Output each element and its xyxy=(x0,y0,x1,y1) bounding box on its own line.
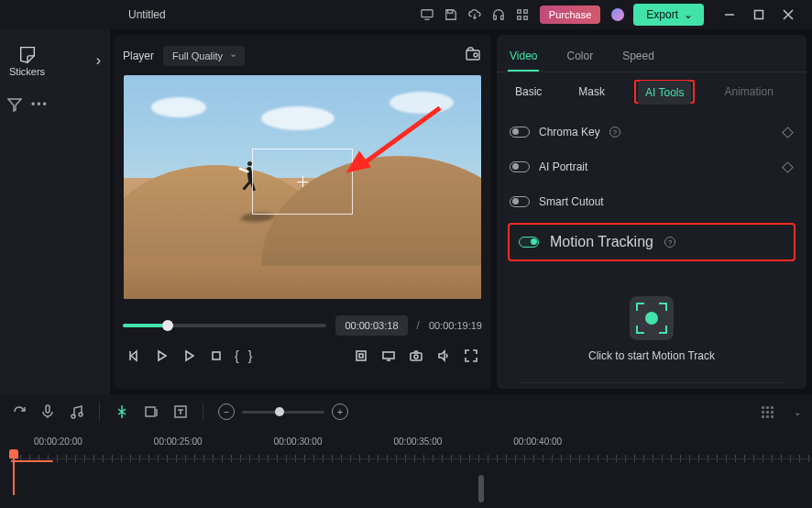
svg-rect-2 xyxy=(494,16,497,19)
toggle-icon[interactable] xyxy=(510,196,530,207)
chevron-down-icon: ⌄ xyxy=(684,8,693,21)
project-title: Untitled xyxy=(128,8,166,21)
feature-label: Motion Tracking xyxy=(550,234,653,250)
timeline-ruler[interactable]: 00:00:20:00 00:00:25:00 00:00:30:00 00:0… xyxy=(0,429,812,508)
scrollbar-thumb[interactable] xyxy=(478,475,484,502)
tick-label: 00:00:40:00 xyxy=(513,436,562,447)
title-bar: Untitled Purchase Export⌄ xyxy=(0,0,812,29)
toggle-icon[interactable] xyxy=(519,237,539,248)
progress-slider[interactable] xyxy=(123,324,326,327)
svg-rect-1 xyxy=(447,10,452,14)
playback-controls: { } xyxy=(123,347,482,365)
stop-icon[interactable] xyxy=(207,347,225,365)
svg-rect-19 xyxy=(146,407,155,416)
tracking-rectangle[interactable] xyxy=(252,149,353,215)
more-icon[interactable]: ••• xyxy=(31,98,49,111)
tab-video[interactable]: Video xyxy=(508,42,539,72)
tick-label: 00:00:25:00 xyxy=(154,436,203,447)
mark-out-icon[interactable]: } xyxy=(248,348,253,363)
feature-smart-cutout[interactable]: Smart Cutout xyxy=(508,184,796,219)
mark-in-icon[interactable]: { xyxy=(235,348,239,363)
save-icon[interactable] xyxy=(441,5,461,25)
fullscreen-icon[interactable] xyxy=(462,347,480,365)
toggle-icon[interactable] xyxy=(510,161,530,172)
redo-icon[interactable] xyxy=(11,404,26,419)
left-sidebar: Stickers › ••• xyxy=(0,29,110,394)
filter-icon[interactable] xyxy=(7,97,22,112)
help-icon[interactable]: ? xyxy=(664,237,675,248)
feature-chroma-key[interactable]: Chroma Key ? xyxy=(508,115,796,149)
quality-select[interactable]: Full Quality xyxy=(163,46,245,66)
motion-track-cta-area: Click to start Motion Track xyxy=(508,265,796,375)
preview-panel: Player Full Quality 00:00:03:18 / 00:00:… xyxy=(114,35,491,389)
apps-icon[interactable] xyxy=(512,5,532,25)
current-time: 00:00:03:18 xyxy=(335,315,407,336)
cloud-download-icon[interactable] xyxy=(465,5,485,25)
total-time: 00:00:19:19 xyxy=(429,320,482,331)
svg-rect-0 xyxy=(422,10,433,17)
sidebar-item-stickers[interactable]: Stickers xyxy=(9,44,45,77)
track-target-icon xyxy=(645,312,658,325)
highlight-box-ai-tools: AI Tools xyxy=(634,80,695,104)
svg-point-15 xyxy=(414,355,418,359)
keyframe-icon[interactable] xyxy=(782,161,794,173)
start-motion-track-button[interactable] xyxy=(630,296,674,340)
camera-icon[interactable] xyxy=(407,347,425,365)
svg-rect-16 xyxy=(46,405,49,413)
tick-label: 00:00:30:00 xyxy=(274,436,323,447)
motion-track-cta-label: Click to start Motion Track xyxy=(588,349,715,362)
divider xyxy=(519,382,785,383)
toggle-icon[interactable] xyxy=(510,127,530,138)
timeline-panel: − + ⌄ 00:00:20:00 00:00:25:00 00:00:30:0… xyxy=(0,394,812,508)
play-icon[interactable] xyxy=(152,347,170,365)
video-preview[interactable] xyxy=(124,75,481,299)
crop-icon[interactable] xyxy=(352,347,370,365)
time-separator: / xyxy=(417,319,420,332)
svg-point-10 xyxy=(474,53,477,57)
zoom-in-button[interactable]: + xyxy=(332,403,348,420)
tab-ai-tools[interactable]: AI Tools xyxy=(638,81,691,105)
svg-rect-12 xyxy=(357,351,366,360)
tab-mask[interactable]: Mask xyxy=(571,80,612,104)
feature-ai-portrait[interactable]: AI Portrait xyxy=(508,149,796,184)
feature-label: AI Portrait xyxy=(539,160,587,173)
volume-icon[interactable] xyxy=(434,347,453,365)
svg-rect-5 xyxy=(524,10,528,14)
tab-color[interactable]: Color xyxy=(565,42,595,72)
main-area: Stickers › ••• Player Full Quality xyxy=(0,29,812,394)
tab-animation[interactable]: Animation xyxy=(717,80,780,104)
highlight-box-motion-tracking: Motion Tracking ? xyxy=(508,223,796,261)
svg-rect-8 xyxy=(755,11,763,19)
zoom-slider[interactable] xyxy=(242,411,324,414)
close-button[interactable] xyxy=(774,0,803,29)
cut-icon[interactable] xyxy=(115,404,129,419)
playback-progress: 00:00:03:18 / 00:00:19:19 xyxy=(123,315,482,336)
play-alt-icon[interactable] xyxy=(180,347,198,365)
zoom-out-button[interactable]: − xyxy=(218,403,235,420)
prev-frame-icon[interactable] xyxy=(125,347,143,365)
minimize-button[interactable] xyxy=(715,0,744,29)
purchase-button[interactable]: Purchase xyxy=(540,6,600,24)
tab-speed[interactable]: Speed xyxy=(620,42,656,72)
maximize-button[interactable] xyxy=(744,0,774,29)
grip-icon[interactable] xyxy=(762,406,774,418)
mic-icon[interactable] xyxy=(40,404,55,419)
help-icon[interactable]: ? xyxy=(609,127,620,138)
text-icon[interactable] xyxy=(173,404,188,419)
monitor-icon[interactable] xyxy=(417,5,437,25)
snapshot-icon[interactable] xyxy=(466,47,480,65)
display-icon[interactable] xyxy=(379,347,398,365)
svg-rect-13 xyxy=(383,352,394,359)
music-icon[interactable] xyxy=(70,404,84,419)
marker-icon[interactable] xyxy=(144,404,159,419)
headphones-icon[interactable] xyxy=(488,5,509,25)
tab-basic[interactable]: Basic xyxy=(508,80,549,104)
feature-label: Smart Cutout xyxy=(539,195,604,208)
chevron-down-icon[interactable]: ⌄ xyxy=(794,407,801,417)
zoom-controls: − + xyxy=(218,403,348,420)
chevron-right-icon[interactable]: › xyxy=(96,52,101,69)
export-button[interactable]: Export⌄ xyxy=(633,4,704,26)
playhead[interactable] xyxy=(9,449,18,495)
account-avatar-icon[interactable] xyxy=(611,8,624,21)
keyframe-icon[interactable] xyxy=(782,127,794,138)
